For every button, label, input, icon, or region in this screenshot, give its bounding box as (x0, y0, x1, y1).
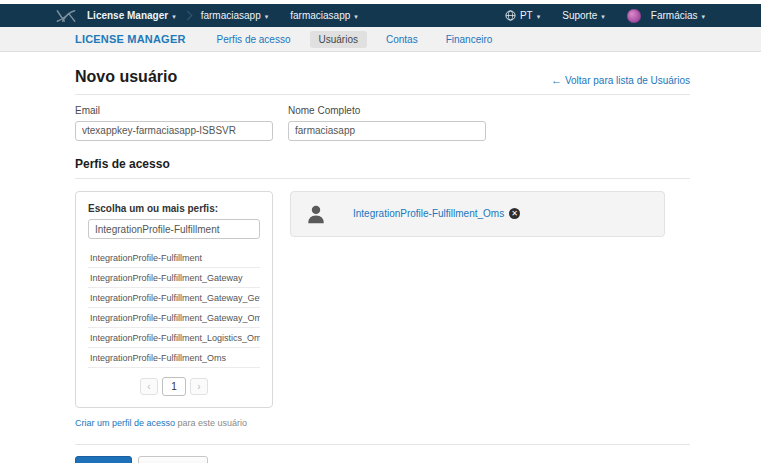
save-button[interactable]: Salvar (75, 456, 132, 463)
tab-contas[interactable]: Contas (377, 31, 427, 48)
form-actions: Salvar Cancelar (75, 456, 690, 463)
avatar (627, 9, 641, 23)
pagination: ‹ 1 › (88, 377, 260, 396)
full-name-input[interactable] (288, 121, 486, 141)
page-title: Novo usuário (75, 68, 177, 86)
profiles-picker-panel: Escolha um ou mais perfis: IntegrationPr… (75, 191, 273, 409)
tab-usuarios[interactable]: Usuários (310, 31, 367, 48)
back-arrow-icon: ← (551, 74, 562, 86)
selected-profile-link[interactable]: IntegrationProfile-Fulfillment_Oms (353, 208, 504, 219)
chevron-down-icon: ▾ (172, 13, 176, 20)
full-name-field-group: Nome Completo (288, 105, 486, 141)
email-input[interactable] (75, 121, 273, 141)
selected-profile-chip: IntegrationProfile-Fulfillment_Oms ✕ (353, 208, 520, 219)
tab-financeiro[interactable]: Financeiro (437, 31, 502, 48)
app-navbar: LICENSE MANAGER Perfis de acesso Usuário… (0, 27, 761, 52)
license-manager-screen: License Manager ▾ farmaciasapp ▾ farmaci… (0, 0, 761, 463)
profile-option[interactable]: IntegrationProfile-Fulfillment_Gateway_G… (88, 288, 260, 308)
profiles-area: Escolha um ou mais perfis: IntegrationPr… (75, 191, 690, 409)
chevron-down-icon: ▾ (701, 13, 705, 20)
selected-profiles-panel: IntegrationProfile-Fulfillment_Oms ✕ (290, 191, 665, 237)
topbar: License Manager ▾ farmaciasapp ▾ farmaci… (0, 4, 761, 27)
support-label: Suporte (562, 10, 597, 21)
remove-profile-icon[interactable]: ✕ (509, 208, 520, 219)
app-brand[interactable]: LICENSE MANAGER (75, 33, 186, 45)
profile-options-list: IntegrationProfile-Fulfillment Integrati… (88, 248, 260, 368)
user-menu[interactable]: Farmácias ▾ (627, 9, 705, 23)
chevron-down-icon: ▾ (265, 13, 269, 20)
page-number[interactable]: 1 (162, 377, 186, 396)
user-form: Email Nome Completo (75, 105, 690, 141)
profiles-section-title: Perfis de acesso (75, 157, 690, 179)
page-next-button[interactable]: › (190, 378, 208, 395)
language-menu[interactable]: PT ▾ (505, 10, 540, 21)
chevron-down-icon: ▾ (537, 13, 541, 20)
tab-perfis-de-acesso[interactable]: Perfis de acesso (208, 31, 300, 48)
cancel-button[interactable]: Cancelar (138, 456, 208, 463)
store-menu[interactable]: farmaciasapp ▾ (290, 10, 358, 21)
profile-option[interactable]: IntegrationProfile-Fulfillment_Oms (88, 348, 260, 368)
back-to-users-link[interactable]: ← Voltar para lista de Usuários (551, 74, 690, 86)
back-link-label: Voltar para lista de Usuários (565, 75, 690, 86)
chevron-down-icon: ▾ (601, 13, 605, 20)
person-icon (305, 203, 327, 225)
page-prev-button[interactable]: ‹ (140, 378, 158, 395)
user-label: Farmácias (651, 10, 698, 21)
topbar-right: PT ▾ Suporte ▾ Farmácias ▾ (505, 9, 705, 23)
store-menu-label: farmaciasapp (290, 10, 350, 21)
full-name-label: Nome Completo (288, 105, 486, 116)
profile-option[interactable]: IntegrationProfile-Fulfillment_Gateway_O… (88, 308, 260, 328)
profile-filter-input[interactable] (88, 219, 260, 239)
create-profile-line: Criar um perfil de acesso para este usuá… (75, 418, 690, 428)
create-profile-suffix-text: para este usuário (178, 418, 248, 428)
profile-option[interactable]: IntegrationProfile-Fulfillment (88, 248, 260, 268)
product-menu-label: License Manager (87, 10, 168, 21)
support-menu[interactable]: Suporte ▾ (562, 10, 605, 21)
globe-icon (505, 10, 516, 21)
profile-option[interactable]: IntegrationProfile-Fulfillment_Gateway (88, 268, 260, 288)
footer-divider (75, 444, 690, 445)
account-menu-label: farmaciasapp (201, 10, 261, 21)
account-menu[interactable]: farmaciasapp ▾ (201, 10, 269, 21)
email-field-group: Email (75, 105, 273, 141)
profile-option[interactable]: IntegrationProfile-Fulfillment_Logistics… (88, 328, 260, 348)
language-label: PT (520, 10, 533, 21)
breadcrumb-separator-icon (182, 11, 192, 21)
create-profile-link[interactable]: Criar um perfil de acesso (75, 418, 175, 428)
chevron-down-icon: ▾ (354, 13, 358, 20)
product-menu[interactable]: License Manager ▾ (87, 10, 176, 21)
main-content: Novo usuário ← Voltar para lista de Usuá… (75, 52, 690, 463)
page-header: Novo usuário ← Voltar para lista de Usuá… (75, 52, 690, 95)
vtex-logo-icon[interactable] (55, 9, 77, 23)
picker-label: Escolha um ou mais perfis: (88, 203, 260, 214)
email-label: Email (75, 105, 273, 116)
